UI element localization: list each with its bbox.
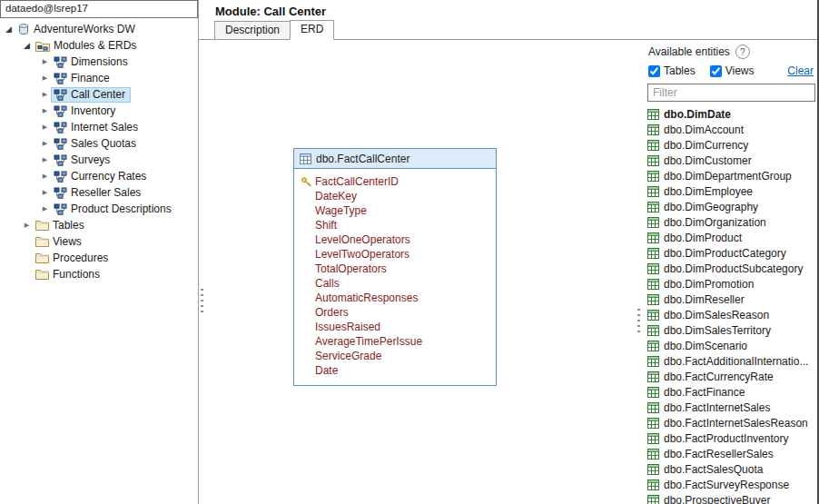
tree-item-inventory[interactable]: ▶Inventory (0, 103, 198, 119)
tree-item-call-center[interactable]: ▶Call Center (0, 86, 198, 103)
module-icon (54, 73, 67, 84)
erd-column-leveloneoperators[interactable]: LevelOneOperators (301, 232, 492, 247)
entity-item-dbo-prospectivebuyer[interactable]: dbo.ProspectiveBuyer (647, 492, 815, 504)
tree-item-surveys[interactable]: ▶Surveys (0, 152, 198, 168)
expand-arrow-icon[interactable]: ▶ (39, 119, 51, 135)
connection-selector[interactable]: dataedo@lsrep17 (0, 0, 198, 18)
tree-item-procedures[interactable]: Procedures (0, 250, 198, 266)
available-entities-title: Available entities (648, 45, 730, 58)
tree-item-reseller-sales[interactable]: ▶Reseller Sales (0, 184, 198, 201)
entity-item-dbo-dimproduct[interactable]: dbo.DimProduct (647, 230, 815, 245)
expand-arrow-icon[interactable]: ▶ (39, 86, 51, 103)
right-splitter[interactable] (635, 40, 642, 504)
entity-item-dbo-dimpromotion[interactable]: dbo.DimPromotion (647, 276, 815, 292)
table-icon (647, 232, 659, 243)
primary-key-icon (301, 176, 315, 188)
tab-description[interactable]: Description (214, 21, 291, 40)
filter-input[interactable] (647, 84, 815, 102)
entity-item-dbo-dimemployee[interactable]: dbo.DimEmployee (647, 183, 815, 199)
erd-entity-header[interactable]: dbo.FactCallCenter (294, 149, 496, 169)
entity-item-dbo-dimgeography[interactable]: dbo.DimGeography (647, 199, 815, 214)
expand-arrow-icon[interactable]: ▶ (21, 217, 33, 233)
help-icon[interactable]: ? (735, 44, 750, 59)
entity-item-dbo-factcurrencyrate[interactable]: dbo.FactCurrencyRate (647, 369, 815, 384)
entity-item-dbo-dimorganization[interactable]: dbo.DimOrganization (647, 214, 815, 230)
erd-column-automaticresponses[interactable]: AutomaticResponses (301, 291, 492, 305)
table-icon (647, 263, 659, 274)
entity-item-dbo-dimproductcategory[interactable]: dbo.DimProductCategory (647, 245, 815, 261)
entity-name: dbo.DimCustomer (664, 154, 752, 167)
tree-item-product-descriptions[interactable]: ▶Product Descriptions (0, 201, 198, 217)
tree-item-views[interactable]: Views (0, 233, 198, 250)
tree-item-modules-erds[interactable]: ◢Modules & ERDs (0, 37, 198, 54)
tree-item-sales-quotas[interactable]: ▶Sales Quotas (0, 135, 198, 152)
entity-item-dbo-factsurveyresponse[interactable]: dbo.FactSurveyResponse (647, 477, 815, 492)
entity-item-dbo-factinternetsalesreason[interactable]: dbo.FactInternetSalesReason (647, 415, 815, 430)
erd-column-orders[interactable]: Orders (301, 305, 492, 320)
tab-erd[interactable]: ERD (290, 20, 334, 40)
entity-item-dbo-dimscenario[interactable]: dbo.DimScenario (647, 338, 815, 353)
expand-arrow-icon[interactable]: ▶ (39, 184, 51, 201)
tree-node-content: Finance (51, 71, 115, 86)
tree-item-adventureworks-dw[interactable]: ◢AdventureWorks DW (0, 21, 198, 37)
tree-item-dimensions[interactable]: ▶Dimensions (0, 54, 198, 70)
erd-column-name: Calls (315, 277, 340, 290)
entity-item-dbo-dimcurrency[interactable]: dbo.DimCurrency (647, 137, 815, 153)
folder-icon (35, 220, 49, 231)
expand-arrow-icon[interactable]: ▶ (39, 70, 51, 86)
erd-column-shift[interactable]: Shift (301, 218, 492, 232)
tree-item-internet-sales[interactable]: ▶Internet Sales (0, 119, 198, 135)
erd-entity-box[interactable]: dbo.FactCallCenter FactCallCenterIDDateK… (293, 148, 497, 386)
sidebar: dataedo@lsrep17 ◢AdventureWorks DW◢Modul… (0, 0, 199, 504)
expand-arrow-icon[interactable]: ▶ (39, 152, 51, 168)
entity-item-dbo-factadditionalinternatio[interactable]: dbo.FactAdditionalInternatio... (647, 353, 815, 369)
expand-arrow-icon[interactable]: ▶ (39, 168, 51, 184)
table-icon (647, 356, 659, 367)
expand-arrow-icon[interactable]: ▶ (39, 201, 51, 217)
erd-canvas[interactable]: dbo.FactCallCenter FactCallCenterIDDateK… (199, 40, 635, 504)
entity-item-dbo-dimdepartmentgroup[interactable]: dbo.DimDepartmentGroup (647, 168, 815, 183)
erd-column-factcallcenterid[interactable]: FactCallCenterID (301, 174, 492, 189)
entity-item-dbo-factresellersales[interactable]: dbo.FactResellerSales (647, 446, 815, 461)
tables-checkbox[interactable] (648, 65, 660, 77)
tree-item-currency-rates[interactable]: ▶Currency Rates (0, 168, 198, 184)
expand-arrow-icon[interactable]: ▶ (39, 135, 51, 152)
erd-column-datekey[interactable]: DateKey (301, 189, 492, 203)
entity-item-dbo-dimaccount[interactable]: dbo.DimAccount (647, 122, 815, 137)
erd-column-issuesraised[interactable]: IssuesRaised (301, 320, 492, 334)
left-splitter-handle-icon[interactable] (201, 289, 203, 312)
tree-item-tables[interactable]: ▶Tables (0, 217, 198, 233)
expand-arrow-icon[interactable]: ▶ (39, 54, 51, 70)
entity-item-dbo-dimproductsubcategory[interactable]: dbo.DimProductSubcategory (647, 261, 815, 276)
tree-item-finance[interactable]: ▶Finance (0, 70, 198, 86)
entity-item-dbo-dimreseller[interactable]: dbo.DimReseller (647, 292, 815, 307)
entity-item-dbo-factproductinventory[interactable]: dbo.FactProductInventory (647, 430, 815, 446)
entity-item-dbo-dimsalesterritory[interactable]: dbo.DimSalesTerritory (647, 322, 815, 338)
tree-item-label: Internet Sales (71, 121, 138, 133)
entity-item-dbo-dimdate[interactable]: dbo.DimDate (647, 106, 815, 122)
entity-name: dbo.DimCurrency (664, 139, 748, 152)
table-icon (647, 279, 659, 290)
entity-name: dbo.DimProductCategory (664, 247, 786, 260)
erd-column-wagetype[interactable]: WageType (301, 203, 492, 218)
table-icon (647, 202, 659, 212)
tree-item-functions[interactable]: Functions (0, 266, 198, 282)
expand-arrow-icon[interactable]: ▶ (39, 103, 51, 119)
erd-column-averagetimeperissue[interactable]: AverageTimePerIssue (301, 334, 492, 349)
collapse-arrow-icon[interactable]: ◢ (21, 37, 33, 54)
erd-column-calls[interactable]: Calls (301, 276, 492, 291)
erd-column-date[interactable]: Date (301, 363, 492, 378)
clear-link[interactable]: Clear (787, 64, 814, 77)
views-checkbox[interactable] (710, 65, 722, 77)
splitter-handle-icon[interactable] (637, 309, 640, 332)
erd-column-totaloperators[interactable]: TotalOperators (301, 262, 492, 276)
entity-item-dbo-factinternetsales[interactable]: dbo.FactInternetSales (647, 400, 815, 415)
collapse-arrow-icon[interactable]: ◢ (3, 21, 15, 37)
entity-item-dbo-dimcustomer[interactable]: dbo.DimCustomer (647, 153, 815, 168)
erd-column-servicegrade[interactable]: ServiceGrade (301, 349, 492, 363)
tree-item-label: Procedures (53, 252, 108, 264)
entity-item-dbo-factsalesquota[interactable]: dbo.FactSalesQuota (647, 461, 815, 477)
entity-item-dbo-dimsalesreason[interactable]: dbo.DimSalesReason (647, 307, 815, 322)
erd-column-leveltwooperators[interactable]: LevelTwoOperators (301, 247, 492, 262)
entity-item-dbo-factfinance[interactable]: dbo.FactFinance (647, 384, 815, 400)
